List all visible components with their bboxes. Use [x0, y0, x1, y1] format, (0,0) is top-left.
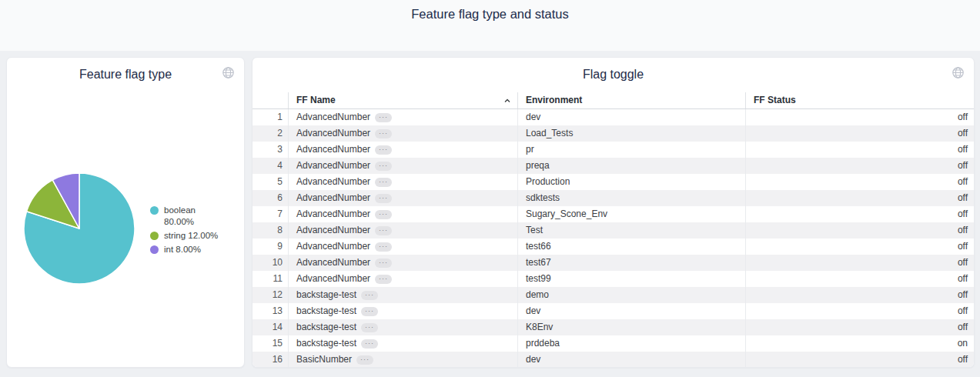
cell-ff-status: on [746, 335, 974, 352]
cell-environment: dev [518, 303, 746, 319]
header-ff-status-label: FF Status [754, 95, 796, 105]
ellipsis-pill[interactable]: ··· [375, 194, 392, 203]
ellipsis-pill[interactable]: ··· [375, 129, 392, 138]
ff-name-text: AdvancedNumber [296, 174, 370, 190]
legend-label: boolean 80.00% [164, 205, 196, 228]
legend-item-int[interactable]: int 8.00% [150, 244, 218, 255]
ellipsis-pill[interactable]: ··· [375, 113, 392, 122]
cell-ff-name: AdvancedNumber··· [289, 222, 518, 239]
cell-ff-status: off [746, 287, 974, 303]
ellipsis-pill[interactable]: ··· [375, 162, 392, 171]
cell-ff-status: off [746, 303, 974, 319]
ellipsis-pill[interactable]: ··· [375, 226, 392, 235]
ff-name-text: backstage-test [296, 319, 356, 335]
table-header-row: FF Name Environment FF Status [253, 92, 974, 109]
cell-ff-name: AdvancedNumber··· [289, 271, 518, 287]
table-row: 7AdvancedNumber···Sugary_Scone_Envoff [253, 206, 974, 222]
ellipsis-pill[interactable]: ··· [361, 291, 378, 300]
ellipsis-pill[interactable]: ··· [375, 210, 392, 219]
table-row: 15backstage-test···prddebaon [253, 335, 974, 352]
cell-row-number: 12 [253, 287, 289, 303]
cell-row-number: 15 [253, 335, 289, 352]
cell-row-number: 10 [253, 255, 289, 271]
ff-name-text: backstage-test [296, 303, 356, 319]
ff-name-text: AdvancedNumber [296, 190, 370, 206]
ellipsis-pill[interactable]: ··· [361, 323, 378, 332]
cell-ff-status: off [746, 109, 974, 125]
globe-icon[interactable] [222, 66, 235, 79]
ff-name-text: backstage-test [296, 287, 356, 303]
flag-toggle-table: FF Name Environment FF Status 1AdvancedN… [253, 92, 974, 367]
cell-ff-status: off [746, 158, 974, 174]
cell-row-number: 8 [253, 222, 289, 239]
cell-ff-name: AdvancedNumber··· [289, 142, 518, 158]
legend-color-dot [150, 245, 159, 254]
legend-label: int 8.00% [164, 244, 201, 255]
legend-color-dot [150, 206, 159, 215]
panel-flag-toggle: Flag toggle FF Name Environment FF Statu [252, 57, 975, 368]
sort-ascending-icon[interactable] [503, 97, 511, 105]
table-row: 11AdvancedNumber···test99off [253, 271, 974, 287]
table-row: 5AdvancedNumber···Productionoff [253, 174, 974, 190]
ff-name-text: AdvancedNumber [296, 255, 370, 271]
dashboard-header: Feature flag type and status [0, 0, 980, 51]
cell-ff-name: AdvancedNumber··· [289, 158, 518, 174]
ellipsis-pill[interactable]: ··· [375, 259, 392, 268]
cell-row-number: 4 [253, 158, 289, 174]
header-environment[interactable]: Environment [518, 92, 746, 108]
cell-ff-status: off [746, 255, 974, 271]
cell-ff-status: off [746, 174, 974, 190]
cell-ff-name: AdvancedNumber··· [289, 239, 518, 255]
cell-ff-name: backstage-test··· [289, 335, 518, 352]
cell-ff-name: AdvancedNumber··· [289, 190, 518, 206]
table-row: 14backstage-test···K8Envoff [253, 319, 974, 335]
ellipsis-pill[interactable]: ··· [361, 307, 378, 316]
cell-environment: Sugary_Scone_Env [518, 206, 746, 222]
cell-ff-name: BasicNumber··· [289, 352, 518, 368]
cell-ff-status: off [746, 142, 974, 158]
cell-environment: preqa [518, 158, 746, 174]
ellipsis-pill[interactable]: ··· [361, 339, 378, 349]
cell-environment: dev [518, 352, 746, 368]
cell-row-number: 11 [253, 271, 289, 287]
cell-ff-status: off [746, 206, 974, 222]
ellipsis-pill[interactable]: ··· [375, 145, 392, 155]
cell-ff-name: AdvancedNumber··· [289, 174, 518, 190]
legend-item-string[interactable]: string 12.00% [150, 230, 218, 242]
header-ff-name[interactable]: FF Name [289, 92, 518, 108]
cell-ff-status: off [746, 352, 974, 368]
ellipsis-pill[interactable]: ··· [375, 178, 392, 187]
ellipsis-pill[interactable]: ··· [356, 355, 373, 365]
header-row-number [253, 92, 289, 108]
ellipsis-pill[interactable]: ··· [375, 275, 392, 284]
ff-name-text: backstage-test [296, 335, 356, 352]
cell-row-number: 13 [253, 303, 289, 319]
ellipsis-pill[interactable]: ··· [375, 242, 392, 252]
ff-name-text: BasicNumber [296, 352, 352, 368]
cell-environment: K8Env [518, 319, 746, 335]
legend-item-boolean[interactable]: boolean 80.00% [150, 205, 218, 228]
table-row: 2AdvancedNumber···Load_Testsoff [253, 125, 974, 142]
ff-name-text: AdvancedNumber [296, 109, 370, 125]
cell-ff-status: off [746, 222, 974, 239]
cell-ff-name: backstage-test··· [289, 319, 518, 335]
cell-environment: Load_Tests [518, 125, 746, 142]
cell-ff-status: off [746, 125, 974, 142]
cell-row-number: 1 [253, 109, 289, 125]
cell-environment: dev [518, 109, 746, 125]
cell-ff-name: AdvancedNumber··· [289, 125, 518, 142]
header-ff-status[interactable]: FF Status [746, 92, 974, 108]
cell-environment: pr [518, 142, 746, 158]
cell-environment: Test [518, 222, 746, 239]
cell-environment: test67 [518, 255, 746, 271]
cell-environment: Production [518, 174, 746, 190]
pie-legend: boolean 80.00%string 12.00%int 8.00% [150, 205, 218, 255]
cell-environment: test66 [518, 239, 746, 255]
ff-name-text: AdvancedNumber [296, 125, 370, 142]
globe-icon[interactable] [952, 66, 965, 79]
table-row: 10AdvancedNumber···test67off [253, 255, 974, 271]
cell-environment: demo [518, 287, 746, 303]
table-row: 4AdvancedNumber···preqaoff [253, 158, 974, 174]
cell-row-number: 9 [253, 239, 289, 255]
ff-name-text: AdvancedNumber [296, 158, 370, 174]
